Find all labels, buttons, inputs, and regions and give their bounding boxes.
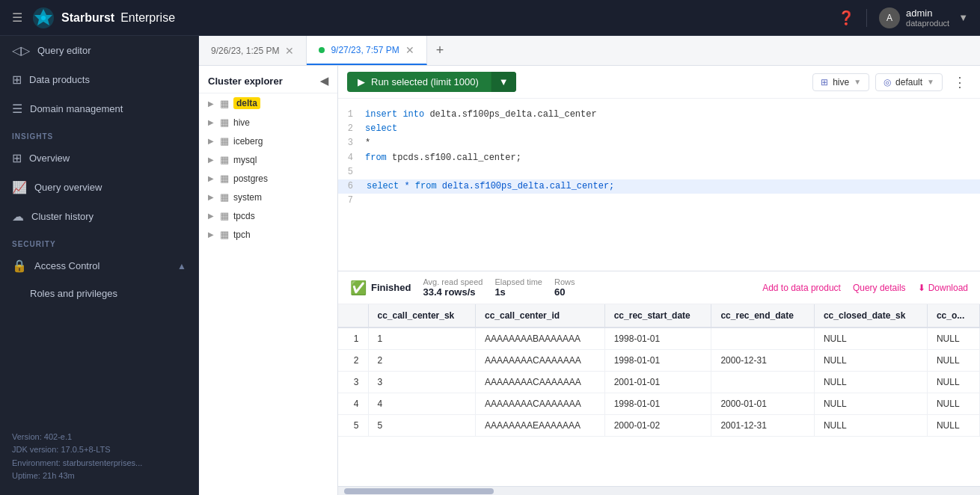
cell-extra: NULL [927, 350, 979, 372]
table-row: 5 5 AAAAAAAAEAAAAAAA 2000-01-02 2001-12-… [338, 415, 980, 437]
run-button[interactable]: ▶ Run selected (limit 1000) ▼ [347, 72, 516, 92]
schema-select[interactable]: ◎ default ▼ [875, 73, 943, 91]
tree-item-postgres[interactable]: ▶ ▦ postgres [199, 169, 337, 188]
row-num: 1 [338, 328, 368, 350]
navbar-right: ❓ A admin dataproduct ▼ [838, 7, 968, 28]
menu-icon[interactable]: ☰ [12, 10, 22, 25]
cell-rec-end: 2000-12-31 [711, 350, 815, 372]
catalog-select[interactable]: ⊞ hive ▼ [812, 73, 869, 91]
sidebar-item-label: Domain management [30, 103, 123, 114]
tree-item-iceberg[interactable]: ▶ ▦ iceberg [199, 132, 337, 150]
brand-name: Starburst [61, 11, 114, 25]
tab-close-icon[interactable]: ✕ [405, 44, 414, 56]
cell-sk: 1 [368, 328, 476, 350]
help-icon[interactable]: ❓ [838, 10, 854, 26]
tabs-bar: 9/26/23, 1:25 PM ✕ 9/27/23, 7:57 PM ✕ + [199, 36, 980, 66]
sidebar-item-access-control[interactable]: 🔒 Access Control ▲ [0, 251, 198, 280]
tree-item-hive[interactable]: ▶ ▦ hive [199, 113, 337, 132]
results-table: cc_call_center_sk cc_call_center_id cc_r… [338, 304, 980, 437]
cell-sk: 2 [368, 350, 476, 372]
more-options-icon[interactable]: ⋮ [949, 74, 971, 90]
security-section: SECURITY [0, 231, 198, 251]
results-header: ✅ Finished Avg. read speed 33.4 rows/s E… [338, 271, 980, 304]
cluster-explorer: Cluster explorer ◀ ▶ ▦ delta ▶ ▦ hive ▶ … [199, 66, 338, 495]
table-row: 3 3 AAAAAAAACAAAAAAA 2001-01-01 NULL NUL… [338, 372, 980, 393]
status-finished: ✅ Finished [350, 280, 411, 296]
avg-speed-stat: Avg. read speed 33.4 rows/s [423, 277, 483, 298]
sidebar-item-cluster-history[interactable]: ☁ Cluster history [0, 202, 198, 231]
col-header-rec-start[interactable]: cc_rec_start_date [604, 304, 711, 328]
scroll-thumb[interactable] [344, 488, 494, 494]
db-icon: ▦ [220, 191, 229, 203]
cell-closed: NULL [814, 350, 927, 372]
cell-id: AAAAAAAAEAAAAAAA [476, 415, 605, 437]
line-number: 1 [338, 108, 365, 122]
user-role: dataproduct [906, 19, 949, 28]
cell-rec-end: 2000-01-01 [711, 393, 815, 415]
col-header-id[interactable]: cc_call_center_id [476, 304, 605, 328]
col-header-extra[interactable]: cc_o... [927, 304, 979, 328]
cell-id: AAAAAAAABAAAAAAA [476, 328, 605, 350]
sidebar-item-overview[interactable]: ⊞ Overview [0, 144, 198, 173]
chevron-up-icon: ▲ [177, 261, 186, 271]
results-actions: Add to data product Query details ⬇ Down… [762, 283, 968, 293]
chevron-right-icon: ▶ [208, 118, 215, 126]
sidebar-item-label: Cluster history [31, 211, 94, 222]
results-table-wrapper[interactable]: cc_call_center_sk cc_call_center_id cc_r… [338, 304, 980, 486]
download-button[interactable]: ⬇ Download [918, 283, 968, 293]
chevron-right-icon: ▶ [208, 174, 215, 182]
active-indicator [319, 47, 325, 53]
access-control-icon: 🔒 [12, 259, 27, 273]
db-icon: ▦ [220, 210, 229, 221]
table-row: 1 1 AAAAAAAABAAAAAAA 1998-01-01 NULL NUL… [338, 328, 980, 350]
sidebar-item-query-overview[interactable]: 📈 Query overview [0, 173, 198, 202]
row-num: 3 [338, 372, 368, 393]
line-number: 7 [338, 194, 365, 208]
tab-1[interactable]: 9/26/23, 1:25 PM ✕ [199, 36, 307, 65]
sidebar-item-roles-privileges[interactable]: Roles and privileges [0, 280, 198, 307]
db-icon: ▦ [220, 117, 229, 128]
sidebar-item-data-products[interactable]: ⊞ Data products [0, 65, 198, 94]
horizontal-scrollbar[interactable] [338, 486, 980, 495]
domain-management-icon: ☰ [12, 102, 22, 116]
tree-item-system[interactable]: ▶ ▦ system [199, 188, 337, 206]
line-number: 4 [338, 151, 365, 165]
tree-item-mysql[interactable]: ▶ ▦ mysql [199, 150, 337, 169]
chevron-right-icon: ▶ [208, 212, 215, 220]
line-content: insert into delta.sf100ps_delta.call_cen… [365, 108, 597, 122]
user-menu[interactable]: A admin dataproduct ▼ [879, 7, 968, 28]
navbar-left: ☰ Starburst Enterprise [12, 6, 175, 30]
tree-item-label: mysql [233, 155, 257, 165]
col-header-sk[interactable]: cc_call_center_sk [368, 304, 476, 328]
code-editor[interactable]: 1 insert into delta.sf100ps_delta.call_c… [338, 99, 980, 271]
data-products-icon: ⊞ [12, 73, 22, 87]
sidebar-item-domain-management[interactable]: ☰ Domain management [0, 94, 198, 123]
tab-close-icon[interactable]: ✕ [285, 45, 294, 57]
cell-rec-start: 2000-01-02 [604, 415, 711, 437]
edition-label: Enterprise [120, 11, 175, 25]
cell-closed: NULL [814, 372, 927, 393]
add-data-product-button[interactable]: Add to data product [762, 283, 841, 293]
db-icon: ▦ [220, 98, 229, 109]
catalog-icon: ⊞ [821, 77, 828, 87]
tab-2[interactable]: 9/27/23, 7:57 PM ✕ [307, 36, 426, 65]
line-content: select [365, 122, 397, 136]
overview-icon: ⊞ [12, 151, 22, 165]
tree-item-delta[interactable]: ▶ ▦ delta [199, 93, 337, 113]
tree-item-tpch[interactable]: ▶ ▦ tpch [199, 225, 337, 244]
collapse-icon[interactable]: ◀ [320, 75, 328, 87]
run-dropdown-icon[interactable]: ▼ [491, 72, 516, 92]
sidebar-item-label: Data products [29, 74, 90, 85]
add-tab-button[interactable]: + [427, 36, 453, 65]
col-header-closed[interactable]: cc_closed_date_sk [814, 304, 927, 328]
chevron-down-icon: ▼ [958, 12, 968, 23]
tree-item-label: iceberg [233, 136, 263, 147]
query-details-button[interactable]: Query details [853, 283, 906, 293]
cell-rec-start: 1998-01-01 [604, 393, 711, 415]
sidebar-item-query-editor[interactable]: ◁▷ Query editor [0, 36, 198, 65]
tree-item-tpcds[interactable]: ▶ ▦ tpcds [199, 206, 337, 225]
catalog-chevron-icon: ▼ [854, 78, 861, 86]
col-header-rec-end[interactable]: cc_rec_end_date [711, 304, 815, 328]
tree-item-label: delta [233, 97, 260, 109]
table-row: 4 4 AAAAAAAACAAAAAAA 1998-01-01 2000-01-… [338, 393, 980, 415]
